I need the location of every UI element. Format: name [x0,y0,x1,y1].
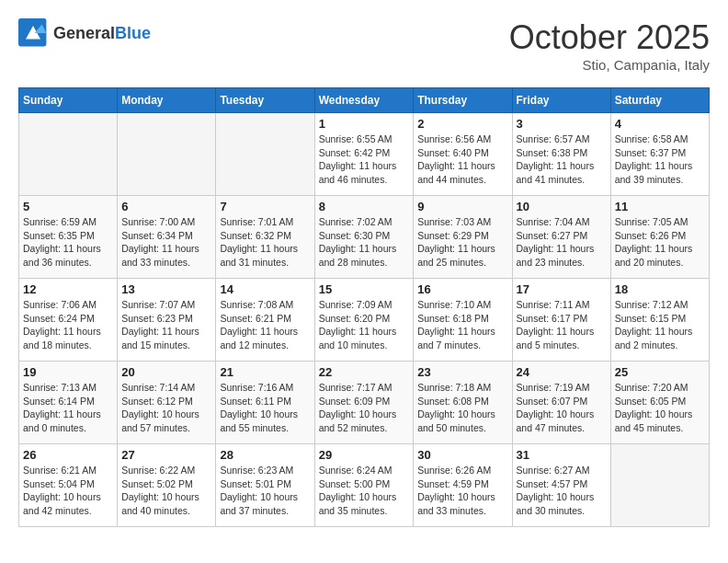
day-info: Sunrise: 7:14 AM Sunset: 6:12 PM Dayligh… [121,381,211,435]
calendar-cell: 29Sunrise: 6:24 AM Sunset: 5:00 PM Dayli… [314,444,414,527]
day-info: Sunrise: 7:00 AM Sunset: 6:34 PM Dayligh… [121,215,211,270]
day-info: Sunrise: 7:05 AM Sunset: 6:26 PM Dayligh… [615,215,705,270]
day-number: 24 [517,365,607,379]
day-number: 21 [220,365,310,379]
calendar-week-row: 1Sunrise: 6:55 AM Sunset: 6:42 PM Daylig… [19,113,710,196]
calendar-cell: 25Sunrise: 7:20 AM Sunset: 6:05 PM Dayli… [610,362,709,444]
day-number: 22 [319,365,410,379]
day-info: Sunrise: 7:20 AM Sunset: 6:05 PM Dayligh… [615,381,705,435]
calendar-cell: 30Sunrise: 6:26 AM Sunset: 4:59 PM Dayli… [414,444,512,527]
logo-icon [18,18,48,48]
calendar-cell: 26Sunrise: 6:21 AM Sunset: 5:04 PM Dayli… [19,444,118,527]
day-number: 26 [23,448,113,462]
logo-text: General Blue [53,24,151,43]
weekday-header: Sunday [19,88,118,113]
calendar-cell: 27Sunrise: 6:22 AM Sunset: 5:02 PM Dayli… [118,444,216,527]
day-info: Sunrise: 6:57 AM Sunset: 6:38 PM Dayligh… [517,132,607,187]
day-number: 2 [417,117,507,131]
day-number: 23 [417,365,507,379]
day-info: Sunrise: 7:02 AM Sunset: 6:30 PM Dayligh… [319,215,410,270]
calendar-cell: 17Sunrise: 7:11 AM Sunset: 6:17 PM Dayli… [512,279,610,362]
logo: General Blue [18,18,151,48]
day-number: 9 [417,200,507,213]
calendar-week-row: 5Sunrise: 6:59 AM Sunset: 6:35 PM Daylig… [19,196,710,279]
day-number: 28 [220,448,310,462]
day-info: Sunrise: 6:23 AM Sunset: 5:01 PM Dayligh… [220,464,310,518]
day-number: 18 [615,282,705,296]
day-info: Sunrise: 7:11 AM Sunset: 6:17 PM Dayligh… [517,298,607,352]
calendar-cell: 11Sunrise: 7:05 AM Sunset: 6:26 PM Dayli… [610,196,709,279]
calendar-cell: 31Sunrise: 6:27 AM Sunset: 4:57 PM Dayli… [512,444,610,527]
calendar-week-row: 26Sunrise: 6:21 AM Sunset: 5:04 PM Dayli… [19,444,710,527]
day-info: Sunrise: 7:03 AM Sunset: 6:29 PM Dayligh… [417,215,507,270]
day-info: Sunrise: 6:59 AM Sunset: 6:35 PM Dayligh… [23,215,113,270]
weekday-header: Monday [118,88,216,113]
calendar-table: SundayMondayTuesdayWednesdayThursdayFrid… [18,87,710,527]
calendar-cell: 1Sunrise: 6:55 AM Sunset: 6:42 PM Daylig… [314,113,414,196]
calendar-week-row: 19Sunrise: 7:13 AM Sunset: 6:14 PM Dayli… [19,362,710,444]
calendar-cell: 15Sunrise: 7:09 AM Sunset: 6:20 PM Dayli… [314,279,414,362]
calendar-cell: 20Sunrise: 7:14 AM Sunset: 6:12 PM Dayli… [118,362,216,444]
day-number: 10 [517,200,607,213]
day-info: Sunrise: 7:06 AM Sunset: 6:24 PM Dayligh… [23,298,113,352]
calendar-cell [19,113,118,196]
day-info: Sunrise: 6:24 AM Sunset: 5:00 PM Dayligh… [319,464,410,518]
day-info: Sunrise: 7:18 AM Sunset: 6:08 PM Dayligh… [417,381,507,435]
day-number: 12 [23,282,113,296]
calendar-week-row: 12Sunrise: 7:06 AM Sunset: 6:24 PM Dayli… [19,279,710,362]
day-info: Sunrise: 7:10 AM Sunset: 6:18 PM Dayligh… [417,298,507,352]
calendar-cell: 5Sunrise: 6:59 AM Sunset: 6:35 PM Daylig… [19,196,118,279]
day-number: 30 [417,448,507,462]
calendar-cell: 14Sunrise: 7:08 AM Sunset: 6:21 PM Dayli… [216,279,314,362]
calendar-cell [216,113,314,196]
day-number: 13 [121,282,211,296]
calendar-cell: 12Sunrise: 7:06 AM Sunset: 6:24 PM Dayli… [19,279,118,362]
calendar-cell: 24Sunrise: 7:19 AM Sunset: 6:07 PM Dayli… [512,362,610,444]
day-info: Sunrise: 7:08 AM Sunset: 6:21 PM Dayligh… [220,298,310,352]
day-info: Sunrise: 7:04 AM Sunset: 6:27 PM Dayligh… [517,215,607,270]
day-number: 29 [319,448,410,462]
weekday-header: Saturday [610,88,709,113]
calendar-cell: 16Sunrise: 7:10 AM Sunset: 6:18 PM Dayli… [414,279,512,362]
day-info: Sunrise: 7:01 AM Sunset: 6:32 PM Dayligh… [220,215,310,270]
day-info: Sunrise: 6:58 AM Sunset: 6:37 PM Dayligh… [615,132,705,187]
calendar-cell: 10Sunrise: 7:04 AM Sunset: 6:27 PM Dayli… [512,196,610,279]
day-number: 15 [319,282,410,296]
day-info: Sunrise: 7:19 AM Sunset: 6:07 PM Dayligh… [517,381,607,435]
month-title: October 2025 [509,18,710,57]
calendar-cell: 9Sunrise: 7:03 AM Sunset: 6:29 PM Daylig… [414,196,512,279]
logo-blue: Blue [115,24,151,43]
calendar-cell: 28Sunrise: 6:23 AM Sunset: 5:01 PM Dayli… [216,444,314,527]
day-number: 20 [121,365,211,379]
day-info: Sunrise: 7:09 AM Sunset: 6:20 PM Dayligh… [319,298,410,352]
weekday-header: Tuesday [216,88,314,113]
day-number: 6 [121,200,211,213]
page-header: General Blue October 2025 Stio, Campania… [18,18,710,73]
day-number: 27 [121,448,211,462]
day-number: 31 [517,448,607,462]
day-number: 11 [615,200,705,213]
calendar-cell: 23Sunrise: 7:18 AM Sunset: 6:08 PM Dayli… [414,362,512,444]
day-number: 8 [319,200,410,213]
calendar-cell: 19Sunrise: 7:13 AM Sunset: 6:14 PM Dayli… [19,362,118,444]
title-block: October 2025 Stio, Campania, Italy [509,18,710,73]
day-info: Sunrise: 6:55 AM Sunset: 6:42 PM Dayligh… [319,132,410,187]
calendar-cell: 4Sunrise: 6:58 AM Sunset: 6:37 PM Daylig… [610,113,709,196]
day-info: Sunrise: 7:17 AM Sunset: 6:09 PM Dayligh… [319,381,410,435]
day-info: Sunrise: 6:22 AM Sunset: 5:02 PM Dayligh… [121,464,211,518]
weekday-header-row: SundayMondayTuesdayWednesdayThursdayFrid… [19,88,710,113]
calendar-cell: 21Sunrise: 7:16 AM Sunset: 6:11 PM Dayli… [216,362,314,444]
weekday-header: Thursday [414,88,512,113]
day-number: 14 [220,282,310,296]
calendar-cell [610,444,709,527]
day-number: 25 [615,365,705,379]
day-info: Sunrise: 6:26 AM Sunset: 4:59 PM Dayligh… [417,464,507,518]
weekday-header: Wednesday [314,88,414,113]
day-number: 17 [517,282,607,296]
day-info: Sunrise: 6:56 AM Sunset: 6:40 PM Dayligh… [417,132,507,187]
calendar-cell: 2Sunrise: 6:56 AM Sunset: 6:40 PM Daylig… [414,113,512,196]
day-number: 4 [615,117,705,131]
day-number: 19 [23,365,113,379]
day-number: 7 [220,200,310,213]
day-number: 16 [417,282,507,296]
